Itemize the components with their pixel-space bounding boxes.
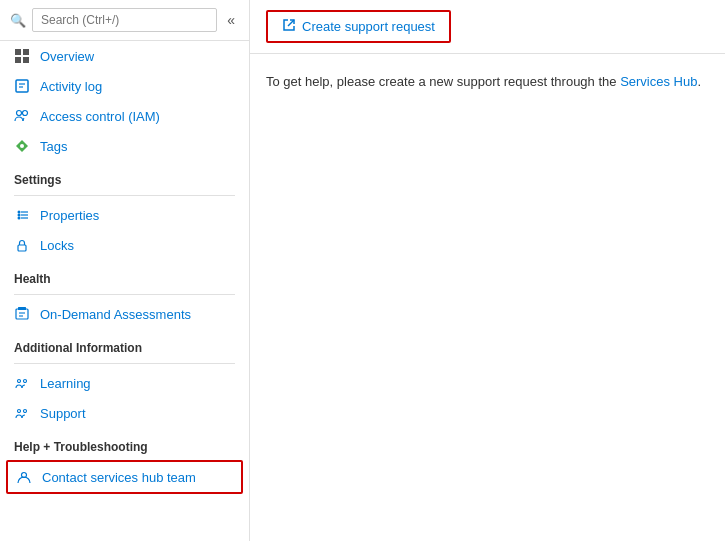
svg-rect-4 xyxy=(16,80,28,92)
create-button-label: Create support request xyxy=(302,19,435,34)
properties-icon xyxy=(14,207,30,223)
settings-section-label: Settings xyxy=(0,161,249,191)
sidebar: 🔍 « Overview Activity log Access control… xyxy=(0,0,250,541)
svg-rect-1 xyxy=(23,49,29,55)
create-support-request-button[interactable]: Create support request xyxy=(266,10,451,43)
search-input[interactable] xyxy=(32,8,217,32)
sidebar-item-activity-log[interactable]: Activity log xyxy=(0,71,249,101)
sidebar-item-overview[interactable]: Overview xyxy=(0,41,249,71)
sidebar-item-properties[interactable]: Properties xyxy=(0,200,249,230)
support-icon xyxy=(14,405,30,421)
main-body: To get help, please create a new support… xyxy=(250,54,725,109)
learning-icon xyxy=(14,375,30,391)
svg-point-11 xyxy=(18,214,21,217)
sidebar-item-label: Activity log xyxy=(40,79,102,94)
svg-rect-2 xyxy=(15,57,21,63)
sidebar-item-label: Support xyxy=(40,406,86,421)
svg-point-15 xyxy=(18,211,21,214)
sidebar-item-label: Properties xyxy=(40,208,99,223)
svg-point-7 xyxy=(17,111,22,116)
svg-point-24 xyxy=(18,410,21,413)
search-bar: 🔍 « xyxy=(0,0,249,41)
sidebar-item-tags[interactable]: Tags xyxy=(0,131,249,161)
sidebar-item-label: Locks xyxy=(40,238,74,253)
sidebar-item-label: On-Demand Assessments xyxy=(40,307,191,322)
sidebar-item-contact[interactable]: Contact services hub team xyxy=(6,460,243,494)
settings-divider xyxy=(14,195,235,196)
search-icon: 🔍 xyxy=(10,13,26,28)
additional-divider xyxy=(14,363,235,364)
svg-rect-18 xyxy=(16,309,28,319)
svg-rect-0 xyxy=(15,49,21,55)
main-header: Create support request xyxy=(250,0,725,54)
collapse-sidebar-button[interactable]: « xyxy=(223,10,239,30)
activity-log-icon xyxy=(14,78,30,94)
sidebar-item-locks[interactable]: Locks xyxy=(0,230,249,260)
svg-rect-21 xyxy=(18,307,26,310)
health-divider xyxy=(14,294,235,295)
sidebar-item-label: Access control (IAM) xyxy=(40,109,160,124)
locks-icon xyxy=(14,237,30,253)
svg-point-10 xyxy=(20,144,24,148)
sidebar-item-learning[interactable]: Learning xyxy=(0,368,249,398)
sidebar-item-support[interactable]: Support xyxy=(0,398,249,428)
sidebar-item-label: Learning xyxy=(40,376,91,391)
svg-point-22 xyxy=(18,380,21,383)
svg-rect-3 xyxy=(23,57,29,63)
iam-icon xyxy=(14,108,30,124)
help-text: To get help, please create a new support… xyxy=(266,74,709,89)
external-link-icon xyxy=(282,18,296,35)
services-hub-link[interactable]: Services Hub xyxy=(620,74,697,89)
tags-icon xyxy=(14,138,30,154)
contact-icon xyxy=(16,469,32,485)
overview-icon xyxy=(14,48,30,64)
svg-point-8 xyxy=(23,111,28,116)
additional-section-label: Additional Information xyxy=(0,329,249,359)
svg-point-23 xyxy=(24,380,27,383)
sidebar-item-label: Overview xyxy=(40,49,94,64)
sidebar-item-label: Contact services hub team xyxy=(42,470,196,485)
sidebar-item-iam[interactable]: Access control (IAM) xyxy=(0,101,249,131)
help-section-label: Help + Troubleshooting xyxy=(0,428,249,458)
main-content: Create support request To get help, plea… xyxy=(250,0,725,541)
sidebar-item-label: Tags xyxy=(40,139,67,154)
svg-point-25 xyxy=(24,410,27,413)
health-section-label: Health xyxy=(0,260,249,290)
assessment-icon xyxy=(14,306,30,322)
svg-line-27 xyxy=(288,20,294,26)
svg-point-16 xyxy=(18,217,21,220)
sidebar-item-on-demand[interactable]: On-Demand Assessments xyxy=(0,299,249,329)
svg-rect-17 xyxy=(18,245,26,251)
